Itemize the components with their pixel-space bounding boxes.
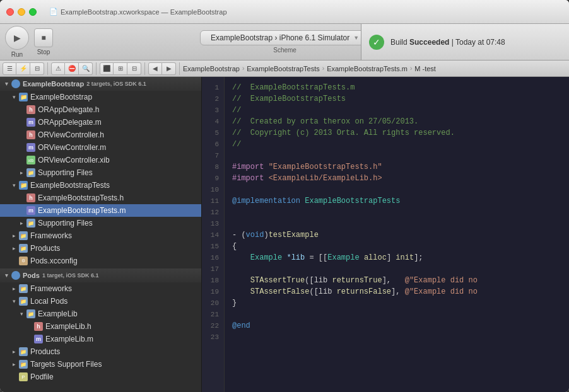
h-icon: h	[26, 193, 35, 202]
folder-icon: 📁	[19, 284, 28, 293]
sidebar-item-local-pods[interactable]: 📁 Local Pods	[0, 295, 201, 308]
folder-arrow	[10, 297, 18, 305]
navigator-toggle[interactable]: ☰	[3, 62, 16, 75]
root-group[interactable]: ExampleBootstrap 2 targets, iOS SDK 6.1	[0, 77, 201, 91]
title-text: ExampleBootstrap.xcworkspace — ExampleBo…	[61, 8, 227, 16]
code-editor[interactable]: 1 2 3 4 5 6 7 8 9 10 11 12 13 14 15 16 1	[202, 77, 569, 392]
version-editor[interactable]: ⊟	[127, 62, 141, 75]
build-succeeded-label: Succeeded	[409, 38, 449, 47]
maximize-button[interactable]	[29, 8, 37, 16]
folder-arrow	[18, 219, 25, 227]
pods-group[interactable]: Pods 1 target, iOS SDK 6.1	[0, 268, 201, 282]
code-line-7	[232, 150, 561, 161]
xib-icon: xib	[26, 156, 35, 164]
run-group: ▶ Run	[5, 26, 29, 58]
code-line-4: // Created by orta therox on 27/05/2013.	[232, 116, 561, 127]
nav-arrows: ◀ ▶	[148, 62, 176, 75]
line-num-14: 14	[202, 229, 224, 241]
sidebar-item-ebtests-h[interactable]: h ExampleBootstrapTests.h	[0, 192, 201, 204]
code-line-21	[232, 309, 561, 320]
sidebar-item-example-bootstrap[interactable]: 📁 ExampleBootstrap	[0, 91, 201, 103]
breadcrumb-sep-2: ›	[410, 65, 412, 72]
toolbar-divider-1	[47, 62, 48, 75]
standard-editor[interactable]: ⬛	[100, 62, 114, 75]
window-title: 📄 ExampleBootstrap.xcworkspace — Example…	[49, 8, 227, 16]
m-icon: m	[34, 335, 43, 343]
code-line-22: @end	[232, 320, 561, 331]
scheme-pill[interactable]: ExampleBootstrap › iPhone 6.1 Simulator …	[200, 30, 370, 45]
sidebar-item-frameworks[interactable]: 📁 Frameworks	[0, 229, 201, 242]
scheme-text: ExampleBootstrap › iPhone 6.1 Simulator	[211, 33, 349, 42]
build-time-label: Today at 07:48	[455, 38, 505, 47]
error-icon[interactable]: ⛔	[65, 62, 79, 75]
code-line-14: - (void)testExample	[232, 229, 561, 241]
file-label: ExampleLib.h	[45, 322, 91, 331]
sidebar-item-orviewcontroller-m[interactable]: m ORViewController.m	[0, 141, 201, 154]
sidebar-item-ebtests[interactable]: 📁 ExampleBootstrapTests	[0, 179, 201, 192]
issue-nav-group: ⚠ ⛔ 🔍	[51, 62, 93, 75]
sidebar-item-pods-frameworks[interactable]: 📁 Frameworks	[0, 282, 201, 295]
file-label: ORViewController.m	[38, 143, 106, 152]
minimize-button[interactable]	[18, 8, 25, 16]
root-sublabel: 2 targets, iOS SDK 6.1	[86, 81, 146, 87]
code-table: 1 2 3 4 5 6 7 8 9 10 11 12 13 14 15 16 1	[202, 77, 569, 392]
file-label: ORAppDelegate.m	[38, 118, 102, 127]
pods-arrow	[3, 272, 10, 279]
line-num-13: 13	[202, 218, 224, 229]
line-num-3: 3	[202, 105, 224, 116]
sidebar-item-products[interactable]: 📁 Products	[0, 242, 201, 255]
folder-icon: 📁	[26, 219, 35, 228]
titlebar: 📄 ExampleBootstrap.xcworkspace — Example…	[0, 0, 569, 24]
stop-button[interactable]: ■	[34, 28, 53, 47]
folder-icon: 📁	[19, 244, 28, 253]
nav-back[interactable]: ◀	[148, 62, 162, 75]
sidebar-item-targets-support[interactable]: 📁 Targets Support Files	[0, 358, 201, 371]
breadcrumb-3[interactable]: M -test	[414, 65, 436, 72]
editor-mode-group: ⬛ ⊞ ⊟	[100, 62, 141, 75]
sidebar-item-orviewcontroller-xib[interactable]: xib ORViewController.xib	[0, 154, 201, 166]
breadcrumb-0[interactable]: ExampleBootstrap	[183, 65, 240, 72]
root-icon	[11, 79, 20, 88]
sidebar-item-ebtests-m[interactable]: m ExampleBootstrapTests.m	[0, 204, 201, 217]
sidebar-item-example-lib[interactable]: 📁 ExampleLib	[0, 308, 201, 320]
warning-icon[interactable]: ⚠	[51, 62, 65, 75]
nav-forward[interactable]: ▶	[162, 62, 176, 75]
sidebar-item-pods-xcconfig[interactable]: ⚙ Pods.xcconfig	[0, 255, 201, 267]
sidebar-item-podfile[interactable]: P Podfile	[0, 371, 201, 383]
analyzer-icon[interactable]: 🔍	[79, 62, 93, 75]
sidebar[interactable]: ExampleBootstrap 2 targets, iOS SDK 6.1 …	[0, 77, 202, 392]
code-line-9: #import <ExampleLib/ExampleLib.h>	[232, 173, 561, 184]
line-num-8: 8	[202, 161, 224, 173]
sidebar-item-examplelib-m[interactable]: m ExampleLib.m	[0, 333, 201, 345]
pods-icon	[11, 271, 20, 280]
sidebar-item-supporting-1[interactable]: 📁 Supporting Files	[0, 166, 201, 179]
sidebar-item-orviewcontroller-h[interactable]: h ORViewController.h	[0, 129, 201, 141]
breadcrumb-2[interactable]: ExampleBootstrapTests.m	[327, 65, 408, 72]
folder-arrow	[10, 285, 18, 292]
debug-toggle[interactable]: ⚡	[16, 62, 30, 75]
code-line-10	[232, 184, 561, 195]
sidebar-item-examplelib-h[interactable]: h ExampleLib.h	[0, 320, 201, 333]
run-button[interactable]: ▶	[5, 26, 29, 50]
build-success-icon: ✓	[369, 35, 384, 50]
root-arrow	[3, 80, 10, 88]
sidebar-item-supporting-2[interactable]: 📁 Supporting Files	[0, 217, 201, 229]
line-num-12: 12	[202, 207, 224, 218]
close-button[interactable]	[6, 8, 14, 16]
line-num-19: 19	[202, 286, 224, 297]
folder-arrow	[10, 245, 18, 252]
folder-icon: 📁	[19, 360, 28, 369]
folder-label: Products	[30, 347, 60, 356]
sidebar-item-orappdelegate-h[interactable]: h ORAppDelegate.h	[0, 103, 201, 116]
file-label: Podfile	[30, 372, 54, 381]
main-window: 📄 ExampleBootstrap.xcworkspace — Example…	[0, 0, 569, 392]
line-numbers: 1 2 3 4 5 6 7 8 9 10 11 12 13 14 15 16 1	[202, 77, 225, 392]
assistant-editor[interactable]: ⊞	[114, 62, 127, 75]
sidebar-item-pods-products[interactable]: 📁 Products	[0, 345, 201, 358]
utilities-toggle[interactable]: ⊟	[30, 62, 44, 75]
stop-group: ■ Stop	[34, 28, 53, 55]
code-line-20: }	[232, 297, 561, 309]
folder-icon: 📁	[19, 93, 28, 101]
sidebar-item-orappdelegate-m[interactable]: m ORAppDelegate.m	[0, 116, 201, 129]
breadcrumb-1[interactable]: ExampleBootstrapTests	[247, 65, 320, 72]
